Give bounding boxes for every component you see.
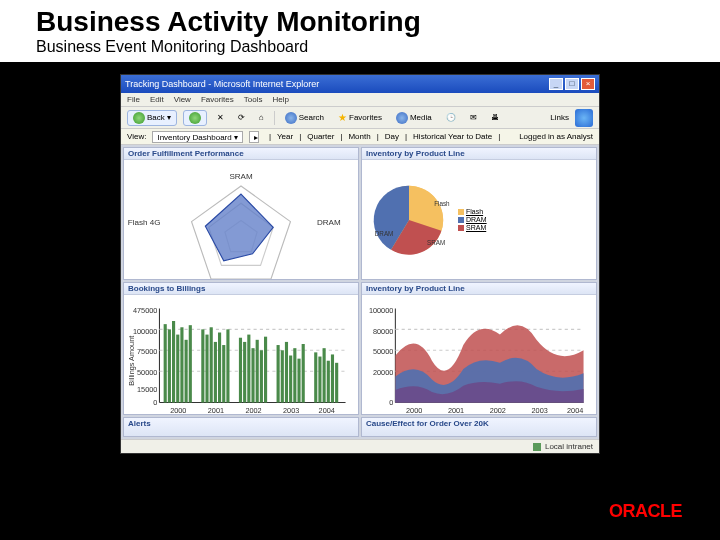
- menu-file[interactable]: File: [127, 95, 140, 104]
- maximize-button[interactable]: □: [565, 78, 579, 90]
- menu-bar: File Edit View Favorites Tools Help: [121, 93, 599, 107]
- print-button[interactable]: 🖶: [487, 111, 503, 124]
- svg-text:Billings Amount: Billings Amount: [127, 336, 136, 386]
- favorites-button[interactable]: ★Favorites: [334, 110, 386, 125]
- slide-title: Business Activity Monitoring: [0, 0, 720, 38]
- svg-rect-54: [302, 344, 305, 403]
- svg-text:20000: 20000: [373, 368, 393, 377]
- svg-text:2000: 2000: [406, 406, 422, 415]
- stop-button[interactable]: ✕: [213, 111, 228, 124]
- history-button[interactable]: 🕒: [442, 111, 460, 124]
- svg-rect-46: [260, 350, 263, 402]
- links-label[interactable]: Links: [550, 113, 569, 122]
- svg-rect-50: [285, 342, 288, 403]
- svg-text:2004: 2004: [319, 406, 335, 415]
- panel-inventory-area: Inventory by Product Line 100000 80000 5…: [361, 282, 597, 415]
- menu-view[interactable]: View: [174, 95, 191, 104]
- svg-rect-47: [264, 337, 267, 403]
- svg-rect-39: [222, 345, 225, 403]
- panel-inventory-pie: Inventory by Product Line Flash SRAM DRA…: [361, 147, 597, 280]
- panel-title: Order Fulfillment Performance: [124, 148, 358, 160]
- svg-text:SRAM: SRAM: [427, 239, 445, 246]
- view-dropdown[interactable]: Inventory Dashboard ▾: [152, 131, 243, 143]
- go-button[interactable]: ▸: [249, 131, 259, 143]
- svg-text:475000: 475000: [133, 306, 157, 315]
- svg-text:50000: 50000: [373, 347, 393, 356]
- svg-text:75000: 75000: [137, 347, 157, 356]
- browser-window: Tracking Dashboard - Microsoft Internet …: [120, 74, 600, 454]
- panel-title: Inventory by Product Line: [362, 148, 596, 160]
- svg-rect-51: [289, 355, 292, 402]
- svg-text:2001: 2001: [448, 406, 464, 415]
- svg-rect-35: [205, 335, 208, 403]
- svg-rect-58: [327, 361, 330, 403]
- svg-rect-59: [331, 354, 334, 402]
- svg-text:DRAM: DRAM: [375, 230, 394, 237]
- svg-rect-32: [185, 340, 188, 403]
- media-icon: [396, 112, 408, 124]
- menu-tools[interactable]: Tools: [244, 95, 263, 104]
- refresh-button[interactable]: ⟳: [234, 111, 249, 124]
- tab-year[interactable]: Year: [277, 132, 293, 141]
- menu-help[interactable]: Help: [272, 95, 288, 104]
- status-bar: Local intranet: [121, 439, 599, 453]
- media-button[interactable]: Media: [392, 110, 436, 126]
- view-label: View:: [127, 132, 146, 141]
- svg-text:2003: 2003: [283, 406, 299, 415]
- svg-text:0: 0: [389, 398, 393, 407]
- status-text: Local intranet: [545, 442, 593, 451]
- search-icon: [285, 112, 297, 124]
- menu-edit[interactable]: Edit: [150, 95, 164, 104]
- home-button[interactable]: ⌂: [255, 111, 268, 124]
- svg-text:2003: 2003: [532, 406, 548, 415]
- search-button[interactable]: Search: [281, 110, 328, 126]
- radar-chart: SRAM DRAM Flash 512M Flash Flash 4G Sale…: [126, 162, 356, 280]
- svg-text:50000: 50000: [137, 368, 157, 377]
- svg-text:2002: 2002: [490, 406, 506, 415]
- star-icon: ★: [338, 112, 347, 123]
- pie-chart: Flash SRAM DRAM: [364, 175, 454, 265]
- minimize-button[interactable]: _: [549, 78, 563, 90]
- svg-rect-28: [168, 329, 171, 402]
- svg-rect-29: [172, 321, 175, 403]
- window-titlebar: Tracking Dashboard - Microsoft Internet …: [121, 75, 599, 93]
- panel-cause-effect-header: Cause/Effect for Order Over 20K: [361, 417, 597, 437]
- back-icon: [133, 112, 145, 124]
- svg-text:2004: 2004: [567, 406, 583, 415]
- tab-day[interactable]: Day: [385, 132, 399, 141]
- mail-button[interactable]: ✉: [466, 111, 481, 124]
- svg-text:Bookings: Bookings: [228, 414, 258, 415]
- svg-rect-45: [256, 340, 259, 403]
- window-title: Tracking Dashboard - Microsoft Internet …: [125, 79, 319, 89]
- forward-button[interactable]: [183, 110, 207, 126]
- panel-alerts-header: Alerts: [123, 417, 359, 437]
- tab-historical[interactable]: Historical Year to Date: [413, 132, 492, 141]
- panel-bookings-billings: Bookings to Billings Billings Amount 475…: [123, 282, 359, 415]
- svg-rect-42: [243, 342, 246, 403]
- back-button[interactable]: Back ▾: [127, 110, 177, 126]
- svg-rect-60: [335, 363, 338, 403]
- svg-rect-49: [281, 350, 284, 402]
- slide-subtitle: Business Event Monitoring Dashboard: [0, 38, 720, 62]
- svg-rect-43: [247, 335, 250, 403]
- svg-rect-52: [293, 348, 296, 402]
- svg-rect-53: [297, 359, 300, 403]
- tab-quarter[interactable]: Quarter: [307, 132, 334, 141]
- menu-favorites[interactable]: Favorites: [201, 95, 234, 104]
- svg-rect-40: [226, 329, 229, 402]
- svg-text:15000: 15000: [137, 385, 157, 394]
- toolbar: Back ▾ ✕ ⟳ ⌂ Search ★Favorites Media 🕒 ✉…: [121, 107, 599, 129]
- svg-text:SRAM: SRAM: [229, 172, 253, 181]
- svg-rect-56: [318, 357, 321, 403]
- tab-month[interactable]: Month: [348, 132, 370, 141]
- svg-rect-44: [251, 348, 254, 402]
- svg-text:DRAM: DRAM: [317, 218, 341, 227]
- svg-rect-33: [189, 325, 192, 402]
- ie-logo-icon: [575, 109, 593, 127]
- forward-icon: [189, 112, 201, 124]
- svg-rect-27: [164, 324, 167, 402]
- svg-rect-48: [277, 345, 280, 403]
- svg-rect-34: [201, 329, 204, 402]
- close-button[interactable]: ×: [581, 78, 595, 90]
- logged-in-label: Logged in as Analyst: [519, 132, 593, 141]
